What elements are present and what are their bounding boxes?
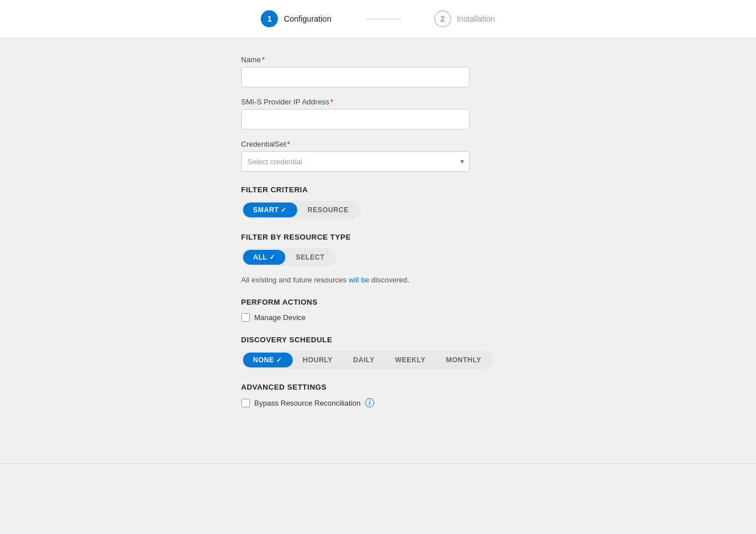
filter-resource-toggle-group: ALL ✓ SELECT [241,248,337,266]
discovery-schedule-toggle-group: NONE ✓ HOURLY DAILY WEEKLY MONTHLY [241,351,494,369]
discovery-schedule-title: DISCOVERY SCHEDULE [241,335,515,344]
highlight-text: will be [349,276,369,284]
discovery-schedule-section: DISCOVERY SCHEDULE NONE ✓ HOURLY DAILY W… [241,335,515,369]
name-input[interactable] [241,67,470,87]
wizard-step-1: 1 Configuration [261,10,331,27]
step-2-number: 2 [440,14,445,23]
smis-required-star: * [330,98,333,106]
smis-group: SMI-S Provider IP Address* [241,98,515,130]
none-schedule-button[interactable]: NONE ✓ [243,353,293,367]
step-1-circle: 1 [261,10,278,27]
step-1-number: 1 [267,14,272,23]
monthly-schedule-button[interactable]: MONTHLY [436,353,492,367]
filter-criteria-section: FILTER CRITERIA SMART ✓ RESOURCE [241,185,515,219]
all-toggle-button[interactable]: ALL ✓ [243,250,286,265]
hourly-schedule-button[interactable]: HOURLY [293,353,343,367]
manage-device-checkbox[interactable] [241,313,250,322]
manage-device-checkbox-group: Manage Device [241,313,515,322]
step-2-circle: 2 [434,10,451,27]
weekly-schedule-button[interactable]: WEEKLY [385,353,436,367]
credential-group: CredentialSet* Select credential ▾ [241,140,515,172]
credential-select[interactable]: Select credential [241,151,470,172]
resource-description: All existing and future resources will b… [241,276,515,284]
name-group: Name* [241,55,515,87]
advanced-settings-section: ADVANCED SETTINGS Bypass Resource Reconc… [241,383,515,407]
filter-criteria-title: FILTER CRITERIA [241,185,515,194]
daily-schedule-button[interactable]: DAILY [343,353,385,367]
filter-resource-section: FILTER BY RESOURCE TYPE ALL ✓ SELECT All… [241,233,515,284]
step-divider [366,19,400,19]
perform-actions-title: PERFORM ACTIONS [241,298,515,306]
credential-select-wrapper: Select credential ▾ [241,151,470,172]
bypass-checkbox[interactable] [241,399,250,407]
name-label: Name* [241,55,515,64]
resource-toggle-button[interactable]: RESOURCE [297,203,359,217]
info-icon[interactable]: i [365,398,374,407]
select-toggle-button[interactable]: SELECT [285,250,334,265]
manage-device-label: Manage Device [254,313,306,322]
wizard-header: 1 Configuration 2 Installation [0,0,756,38]
smart-toggle-button[interactable]: SMART ✓ [243,203,298,217]
name-required-star: * [262,55,265,64]
advanced-settings-title: ADVANCED SETTINGS [241,383,515,391]
bottom-divider [0,463,756,464]
step-2-label: Installation [457,14,495,23]
smis-input[interactable] [241,109,470,130]
filter-resource-title: FILTER BY RESOURCE TYPE [241,233,515,241]
credential-label: CredentialSet* [241,140,515,148]
smis-label: SMI-S Provider IP Address* [241,98,515,106]
perform-actions-section: PERFORM ACTIONS Manage Device [241,298,515,322]
content-area: Name* SMI-S Provider IP Address* Credent… [230,38,527,429]
filter-criteria-toggle-group: SMART ✓ RESOURCE [241,201,361,219]
step-1-label: Configuration [284,14,331,23]
bypass-checkbox-group: Bypass Resource Reconciliation i [241,398,515,407]
credential-required-star: * [287,140,290,148]
bypass-label: Bypass Resource Reconciliation [254,399,361,407]
wizard-step-2: 2 Installation [434,10,495,27]
